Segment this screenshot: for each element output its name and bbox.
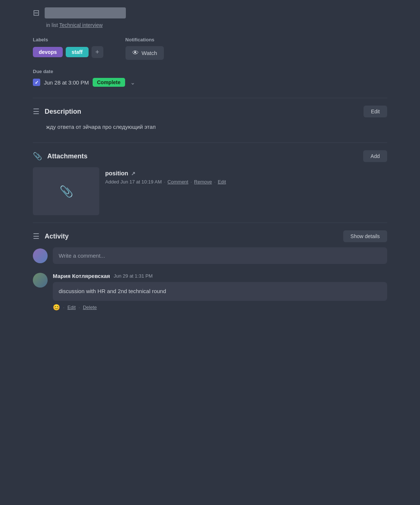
eye-icon: 👁 xyxy=(132,49,139,57)
label-devops[interactable]: devops xyxy=(33,47,63,57)
attachment-name-text: position xyxy=(105,170,128,177)
comment-input[interactable]: Write a comment... xyxy=(53,247,387,264)
attachments-add-button[interactable]: Add xyxy=(363,150,387,162)
comment-author: Мария Котляревская xyxy=(53,273,110,279)
comment-time: Jun 29 at 1:31 PM xyxy=(114,273,153,279)
comment-actions: 😊 · Edit · Delete xyxy=(53,304,387,311)
due-date-checkbox[interactable] xyxy=(33,79,40,86)
card-title xyxy=(45,7,126,18)
comment-delete-link[interactable]: Delete xyxy=(83,305,97,310)
attachment-thumbnail: 📎 xyxy=(33,167,99,215)
attachment-comment-link[interactable]: Comment xyxy=(168,179,188,185)
attachment-meta: Added Jun 17 at 10:19 AM · Comment · Rem… xyxy=(105,179,226,185)
watch-button[interactable]: 👁 Watch xyxy=(125,46,164,60)
comment-content: Мария Котляревская Jun 29 at 1:31 PM dis… xyxy=(53,273,387,311)
activity-icon: ☰ xyxy=(33,232,39,241)
show-details-button[interactable]: Show details xyxy=(343,230,387,242)
description-edit-button[interactable]: Edit xyxy=(364,106,387,117)
in-list-text: in list Technical interview xyxy=(46,22,387,28)
attachment-link-icon[interactable]: ↗ xyxy=(131,171,135,176)
attachment-remove-link[interactable]: Remove xyxy=(194,179,212,185)
attachments-icon: 📎 xyxy=(33,152,42,161)
attachment-edit-link[interactable]: Edit xyxy=(218,179,226,185)
current-user-avatar xyxy=(33,248,48,263)
list-link[interactable]: Technical interview xyxy=(59,22,103,28)
activity-title: Activity xyxy=(45,233,69,240)
status-chevron-button[interactable]: ⌄ xyxy=(129,78,137,87)
notifications-section-label: Notifications xyxy=(125,37,164,42)
comment-edit-link[interactable]: Edit xyxy=(68,305,76,310)
status-badge: Complete xyxy=(93,78,125,87)
description-icon: ☰ xyxy=(33,107,39,116)
comment-text: discussion with HR and 2nd technical rou… xyxy=(53,282,387,301)
label-staff[interactable]: staff xyxy=(66,47,89,57)
comment-item: Мария Котляревская Jun 29 at 1:31 PM dis… xyxy=(33,273,387,311)
labels-section-label: Labels xyxy=(33,37,103,42)
description-title: Description xyxy=(45,108,81,116)
emoji-reaction-button[interactable]: 😊 xyxy=(53,304,60,311)
add-label-button[interactable]: + xyxy=(92,46,103,58)
card-icon: ⊟ xyxy=(33,8,39,18)
description-body: жду ответа от эйчара про следующий этап xyxy=(46,123,387,131)
attachments-title: Attachments xyxy=(47,152,87,160)
attachment-thumb-icon: 📎 xyxy=(59,185,73,198)
attachment-item: 📎 position ↗ Added Jun 17 at 10:19 AM · … xyxy=(33,167,387,215)
commenter-avatar xyxy=(33,273,48,288)
attachment-info: position ↗ Added Jun 17 at 10:19 AM · Co… xyxy=(105,167,226,185)
due-date-label: Due date xyxy=(33,69,387,74)
due-date-text: Jun 28 at 3:00 PM xyxy=(44,79,89,86)
